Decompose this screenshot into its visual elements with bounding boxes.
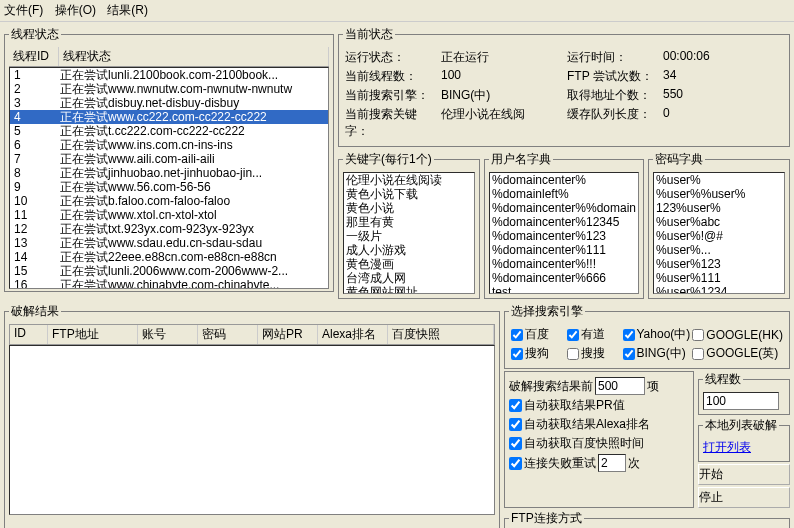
thread-row[interactable]: 16正在尝试www.chinabyte.com-chinabyte... — [10, 278, 328, 289]
list-item[interactable]: 伦理小说在线阅读 — [344, 173, 474, 187]
list-item[interactable]: %user%111 — [654, 271, 784, 285]
lbl-run-state: 运行状态： — [345, 49, 435, 66]
col-baidu[interactable]: 百度快照 — [388, 325, 494, 344]
lbl-unit: 项 — [647, 378, 659, 395]
chk-google-hk[interactable]: GOOGLE(HK) — [692, 326, 783, 343]
list-item[interactable]: 那里有黄 — [344, 215, 474, 229]
col-alexa[interactable]: Alexa排名 — [318, 325, 388, 344]
chk-baidu[interactable]: 百度 — [511, 326, 565, 343]
val-engine: BING(中) — [441, 87, 561, 104]
thread-row[interactable]: 9正在尝试www.56.com-56-56 — [10, 180, 328, 194]
chk-google-en[interactable]: GOOGLE(英) — [692, 345, 783, 362]
menu-op[interactable]: 操作(O) — [55, 3, 96, 17]
list-item[interactable]: %user%... — [654, 243, 784, 257]
lbl-got-addr: 取得地址个数： — [567, 87, 657, 104]
list-item[interactable]: %domaincenter%12345 — [490, 215, 638, 229]
val-got-addr: 550 — [663, 87, 783, 104]
start-button[interactable]: 开始 — [698, 464, 790, 485]
val-kw: 伦理小说在线阅 — [441, 106, 561, 140]
chk-soso[interactable]: 搜搜 — [567, 345, 621, 362]
thread-list[interactable]: 1正在尝试lunli.2100book.com-2100book...2正在尝试… — [9, 67, 329, 289]
list-item[interactable]: %domaincenter%!!! — [490, 257, 638, 271]
list-item[interactable]: %domaincenter%666 — [490, 271, 638, 285]
input-retry-count[interactable] — [598, 454, 626, 472]
thread-status-title: 线程状态 — [9, 26, 61, 43]
list-item[interactable]: %user%abc — [654, 215, 784, 229]
current-status-group: 当前状态 运行状态： 正在运行 运行时间： 00:00:06 当前线程数： 10… — [338, 26, 790, 147]
passdict-title: 密码字典 — [653, 151, 705, 168]
list-item[interactable]: %domaincenter%123 — [490, 229, 638, 243]
chk-auto-pr[interactable] — [509, 399, 522, 412]
list-item[interactable]: 黄色网站网址 — [344, 285, 474, 294]
list-item[interactable]: %user%%user% — [654, 187, 784, 201]
keywords-list[interactable]: 伦理小说在线阅读黄色小说下载黄色小说那里有黄一级片成人小游戏黄色漫画台湾成人网黄… — [343, 172, 475, 294]
col-password[interactable]: 密码 — [198, 325, 258, 344]
passdict-list[interactable]: %user%%user%%user%123%user%%user%abc%use… — [653, 172, 785, 294]
list-item[interactable]: %user%!@# — [654, 229, 784, 243]
stop-button[interactable]: 停止 — [698, 487, 790, 508]
list-item[interactable]: 黄色小说 — [344, 201, 474, 215]
thread-row[interactable]: 14正在尝试22eee.e88cn.com-e88cn-e88cn — [10, 250, 328, 264]
menu-result[interactable]: 结果(R) — [107, 3, 148, 17]
userdict-group: 用户名字典 %domaincenter%%domainleft%%domainc… — [484, 151, 644, 299]
chk-youdao[interactable]: 有道 — [567, 326, 621, 343]
crack-list[interactable] — [9, 345, 495, 515]
list-item[interactable]: %domainleft% — [490, 187, 638, 201]
lbl-crack-before: 破解搜索结果前 — [509, 378, 593, 395]
menu-file[interactable]: 文件(F) — [4, 3, 43, 17]
list-item[interactable]: 黄色小说下载 — [344, 187, 474, 201]
thread-row[interactable]: 15正在尝试lunli.2006www.com-2006www-2... — [10, 264, 328, 278]
local-list-title: 本地列表破解 — [703, 417, 779, 434]
thread-row[interactable]: 1正在尝试lunli.2100book.com-2100book... — [10, 68, 328, 82]
col-thread-status[interactable]: 线程状态 — [59, 47, 329, 66]
passdict-group: 密码字典 %user%%user%%user%123%user%%user%ab… — [648, 151, 790, 299]
col-pr[interactable]: 网站PR — [258, 325, 318, 344]
list-item[interactable]: %user%123 — [654, 257, 784, 271]
list-item[interactable]: %user%1234 — [654, 285, 784, 294]
val-run-state: 正在运行 — [441, 49, 561, 66]
col-account[interactable]: 账号 — [138, 325, 198, 344]
list-item[interactable]: 台湾成人网 — [344, 271, 474, 285]
list-item[interactable]: %domaincenter% — [490, 173, 638, 187]
input-crack-count[interactable] — [595, 377, 645, 395]
thread-row[interactable]: 11正在尝试www.xtol.cn-xtol-xtol — [10, 208, 328, 222]
link-open-list[interactable]: 打开列表 — [703, 438, 785, 457]
thread-row[interactable]: 8正在尝试jinhuobao.net-jinhuobao-jin... — [10, 166, 328, 180]
list-item[interactable]: 一级片 — [344, 229, 474, 243]
list-item[interactable]: %domaincenter%%domain — [490, 201, 638, 215]
chk-yahoo[interactable]: Yahoo(中) — [623, 326, 691, 343]
list-item[interactable]: 黄色漫画 — [344, 257, 474, 271]
thread-row[interactable]: 10正在尝试b.faloo.com-faloo-faloo — [10, 194, 328, 208]
thread-row[interactable]: 7正在尝试www.aili.com-aili-aili — [10, 152, 328, 166]
chk-auto-alexa[interactable] — [509, 418, 522, 431]
lbl-queue: 缓存队列长度： — [567, 106, 657, 140]
chk-retry[interactable] — [509, 457, 522, 470]
input-thread-count[interactable] — [703, 392, 779, 410]
thread-row[interactable]: 5正在尝试t.cc222.com-cc222-cc222 — [10, 124, 328, 138]
thread-row[interactable]: 2正在尝试www.nwnutw.com-nwnutw-nwnutw — [10, 82, 328, 96]
keywords-group: 关键字(每行1个) 伦理小说在线阅读黄色小说下载黄色小说那里有黄一级片成人小游戏… — [338, 151, 480, 299]
list-item[interactable]: 成人小游戏 — [344, 243, 474, 257]
thread-row[interactable]: 3正在尝试disbuy.net-disbuy-disbuy — [10, 96, 328, 110]
thread-row[interactable]: 6正在尝试www.ins.com.cn-ins-ins — [10, 138, 328, 152]
crack-results-group: 破解结果 ID FTP地址 账号 密码 网站PR Alexa排名 百度快照 — [4, 303, 500, 528]
lbl-thread-cnt: 当前线程数： — [345, 68, 435, 85]
col-ftp[interactable]: FTP地址 — [48, 325, 138, 344]
list-item[interactable]: 123%user% — [654, 201, 784, 215]
lbl-kw: 当前搜索关键字： — [345, 106, 435, 140]
col-id[interactable]: ID — [10, 325, 48, 344]
list-item[interactable]: test — [490, 285, 638, 294]
thread-row[interactable]: 12正在尝试txt.923yx.com-923yx-923yx — [10, 222, 328, 236]
userdict-list[interactable]: %domaincenter%%domainleft%%domaincenter%… — [489, 172, 639, 294]
chk-auto-baidu[interactable] — [509, 437, 522, 450]
chk-bing[interactable]: BING(中) — [623, 345, 691, 362]
thread-row[interactable]: 4正在尝试www.cc222.com-cc222-cc222 — [10, 110, 328, 124]
chk-sogou[interactable]: 搜狗 — [511, 345, 565, 362]
thread-row[interactable]: 13正在尝试www.sdau.edu.cn-sdau-sdau — [10, 236, 328, 250]
thread-status-group: 线程状态 线程ID 线程状态 1正在尝试lunli.2100book.com-2… — [4, 26, 334, 292]
col-thread-id[interactable]: 线程ID — [9, 47, 59, 66]
list-item[interactable]: %user% — [654, 173, 784, 187]
lbl-engine: 当前搜索引擎： — [345, 87, 435, 104]
list-item[interactable]: %domaincenter%111 — [490, 243, 638, 257]
val-queue: 0 — [663, 106, 783, 140]
